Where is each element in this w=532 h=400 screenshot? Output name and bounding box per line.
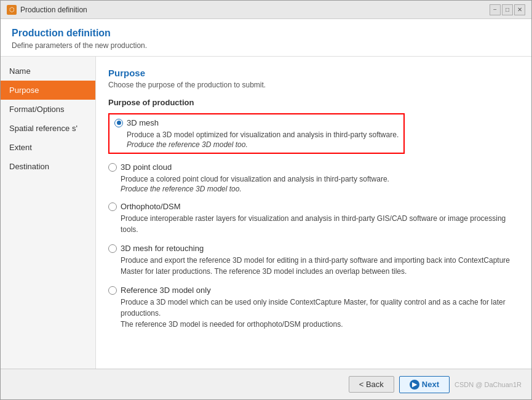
option-label-orthophoto: Orthophoto/DSM	[121, 202, 181, 211]
option-desc-orthophoto: Produce interoperable raster layers for …	[121, 213, 519, 235]
option-header-reference-3d: Reference 3D model only	[108, 286, 519, 295]
minimize-button[interactable]: −	[490, 4, 501, 15]
close-button[interactable]: ✕	[514, 4, 525, 15]
sidebar-item-format-options[interactable]: Format/Options	[1, 100, 95, 119]
option-item-3d-point-cloud: 3D point cloud Produce a colored point c…	[108, 162, 519, 193]
sidebar-item-name[interactable]: Name	[1, 62, 95, 81]
option-label-3d-mesh-retouching: 3D mesh for retouching	[121, 244, 204, 253]
option-item-3d-mesh-box: 3D mesh Produce a 3D model optimized for…	[108, 113, 405, 154]
title-bar: ⬡ Production definition − □ ✕	[1, 1, 531, 19]
option-item-orthophoto: Orthophoto/DSM Produce interoperable ras…	[108, 202, 519, 235]
purpose-group-label: Purpose of production	[108, 98, 519, 107]
sidebar-item-purpose[interactable]: Purpose	[1, 81, 95, 100]
sidebar-item-extent[interactable]: Extent	[1, 138, 95, 157]
sidebar-item-destination[interactable]: Destination	[1, 157, 95, 176]
page-title: Production definition	[12, 28, 520, 39]
option-item-reference-3d: Reference 3D model only Produce a 3D mod…	[108, 286, 519, 330]
window-body: Name Purpose Format/Options Spatial refe…	[1, 57, 531, 369]
section-subtitle: Choose the purpose of the production to …	[108, 81, 519, 89]
option-item-3d-mesh: 3D mesh Produce a 3D model optimized for…	[114, 118, 399, 149]
option-item-3d-mesh-retouching: 3D mesh for retouching Produce and expor…	[108, 244, 519, 277]
maximize-button[interactable]: □	[502, 4, 513, 15]
section-title: Purpose	[108, 68, 519, 78]
radio-3d-point-cloud[interactable]	[108, 163, 117, 172]
watermark: CSDN @ DaChuan1R	[455, 381, 522, 388]
option-header-3d-point-cloud: 3D point cloud	[108, 162, 519, 172]
option-desc-reference-3d: Produce a 3D model which can be used onl…	[121, 297, 519, 330]
sidebar: Name Purpose Format/Options Spatial refe…	[1, 57, 96, 369]
option-label-3d-mesh: 3D mesh	[127, 118, 159, 127]
option-label-3d-point-cloud: 3D point cloud	[121, 162, 172, 172]
next-icon: ▶	[410, 380, 419, 390]
option-group: 3D mesh Produce a 3D model optimized for…	[108, 113, 519, 330]
option-header-3d-mesh: 3D mesh	[114, 118, 399, 127]
main-content: Purpose Choose the purpose of the produc…	[96, 57, 531, 369]
next-button[interactable]: ▶ Next	[399, 376, 450, 393]
option-desc-3d-mesh: Produce a 3D model optimized for visuali…	[127, 129, 399, 140]
option-header-orthophoto: Orthophoto/DSM	[108, 202, 519, 211]
option-label-reference-3d: Reference 3D model only	[121, 286, 211, 295]
title-bar-left: ⬡ Production definition	[7, 5, 87, 15]
back-button[interactable]: < Back	[349, 376, 394, 393]
sidebar-item-spatial-ref[interactable]: Spatial reference s'	[1, 119, 95, 138]
footer: < Back ▶ Next CSDN @ DaChuan1R	[1, 369, 531, 399]
page-subtitle: Define parameters of the new production.	[12, 41, 520, 50]
option-desc-3d-point-cloud: Produce a colored point cloud for visual…	[121, 174, 519, 185]
main-window: ⬡ Production definition − □ ✕ Production…	[0, 0, 532, 400]
window-header: Production definition Define parameters …	[1, 19, 531, 57]
next-label: Next	[422, 380, 439, 389]
radio-3d-mesh-retouching[interactable]	[108, 244, 117, 253]
app-icon: ⬡	[7, 5, 17, 15]
window-controls: − □ ✕	[490, 4, 525, 15]
option-header-3d-mesh-retouching: 3D mesh for retouching	[108, 244, 519, 253]
option-desc-3d-mesh-retouching: Produce and export the reference 3D mode…	[121, 255, 519, 277]
window-title: Production definition	[20, 6, 87, 14]
radio-reference-3d[interactable]	[108, 286, 117, 295]
option-desc-italic-3d-point-cloud: Produce the reference 3D model too.	[121, 185, 519, 193]
option-desc-italic-3d-mesh: Produce the reference 3D model too.	[127, 140, 399, 149]
radio-orthophoto[interactable]	[108, 202, 117, 211]
radio-3d-mesh[interactable]	[114, 119, 123, 127]
